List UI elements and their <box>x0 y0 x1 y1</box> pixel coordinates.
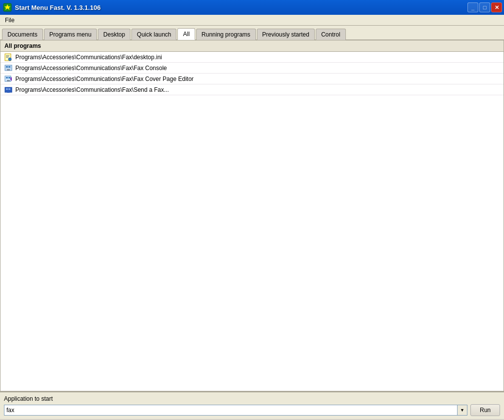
run-button[interactable]: Run <box>470 404 500 416</box>
tab-programs-menu[interactable]: Programs menu <box>44 29 97 40</box>
svg-rect-4 <box>6 56 9 57</box>
bottom-section: Application to start ▼ Run <box>0 391 504 419</box>
menu-file[interactable]: File <box>2 16 17 25</box>
tab-documents[interactable]: Documents <box>2 29 43 40</box>
window-controls: _ □ ✕ <box>467 2 502 12</box>
title-bar: Start Menu Fast. V. 1.3.1.106 _ □ ✕ <box>0 0 504 15</box>
list-item[interactable]: Programs\Accessories\Communications\Fax\… <box>0 52 504 63</box>
svg-rect-17 <box>6 88 8 90</box>
item-icon-1 <box>4 53 12 61</box>
list-item[interactable]: Programs\Accessories\Communications\Fax\… <box>0 74 504 84</box>
item-text-3: Programs\Accessories\Communications\Fax\… <box>15 76 194 82</box>
svg-rect-13 <box>8 77 10 78</box>
svg-rect-14 <box>7 80 10 81</box>
item-icon-2 <box>4 64 12 72</box>
application-input[interactable] <box>4 405 457 415</box>
close-button[interactable]: ✕ <box>491 2 502 12</box>
tab-previously-started[interactable]: Previously started <box>257 29 315 40</box>
list-item[interactable]: Programs\Accessories\Communications\Fax\… <box>0 63 504 74</box>
svg-rect-18 <box>8 88 10 90</box>
item-text-2: Programs\Accessories\Communications\Fax\… <box>15 65 167 72</box>
minimize-button[interactable]: _ <box>467 2 478 12</box>
svg-rect-5 <box>6 57 8 58</box>
item-icon-3 <box>4 75 12 83</box>
maximize-button[interactable]: □ <box>479 2 490 12</box>
list-item[interactable]: Programs\Accessories\Communications\Fax\… <box>0 84 504 95</box>
tab-running-programs[interactable]: Running programs <box>196 29 256 40</box>
tab-quick-launch[interactable]: Quick launch <box>131 29 176 40</box>
main-content: All programs Programs\Accessories\Commun… <box>0 40 504 391</box>
tab-all[interactable]: All <box>177 28 195 40</box>
list-header: All programs <box>0 40 504 52</box>
svg-point-6 <box>8 58 11 61</box>
title-bar-left: Start Menu Fast. V. 1.3.1.106 <box>3 3 101 12</box>
svg-rect-10 <box>7 69 10 71</box>
tab-bar: Documents Programs menu Desktop Quick la… <box>0 26 504 40</box>
app-to-start-label: Application to start <box>4 395 500 402</box>
programs-list[interactable]: Programs\Accessories\Communications\Fax\… <box>0 52 504 391</box>
svg-rect-3 <box>6 55 9 56</box>
combo-dropdown-arrow[interactable]: ▼ <box>457 405 467 415</box>
item-text-4: Programs\Accessories\Communications\Fax\… <box>15 86 169 93</box>
application-input-combo[interactable]: ▼ <box>4 405 467 416</box>
tab-desktop[interactable]: Desktop <box>98 29 130 40</box>
svg-rect-12 <box>6 77 8 78</box>
tab-control[interactable]: Control <box>316 29 346 40</box>
svg-rect-8 <box>6 66 8 68</box>
item-icon-4 <box>4 86 12 94</box>
item-text-1: Programs\Accessories\Communications\Fax\… <box>15 54 162 61</box>
bottom-row: ▼ Run <box>4 404 500 416</box>
app-icon <box>3 3 12 12</box>
svg-rect-9 <box>8 66 10 68</box>
menu-bar: File <box>0 15 504 26</box>
app-title: Start Menu Fast. V. 1.3.1.106 <box>15 4 101 11</box>
